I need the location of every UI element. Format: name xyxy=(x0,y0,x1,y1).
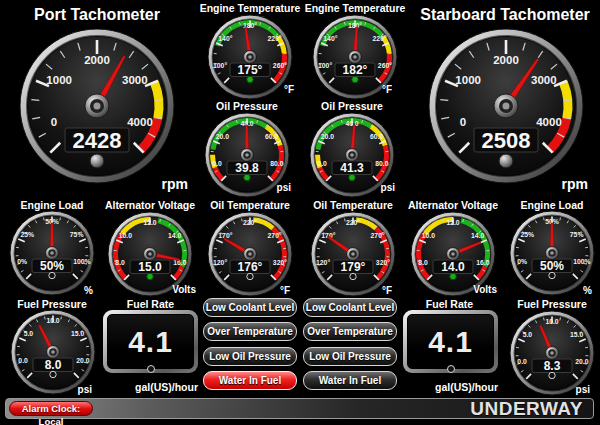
starboard-alt-voltage-title: Alternator Voltage xyxy=(399,199,507,211)
engine_temp_port-status-led xyxy=(247,76,253,82)
svg-text:14.0: 14.0 xyxy=(471,232,484,239)
starboard-fuel-pressure-unit: psi xyxy=(570,384,590,395)
svg-text:270°: 270° xyxy=(371,232,385,239)
port-tachometer-title: Port Tachometer xyxy=(7,6,187,24)
stbd_tach-dial: 010002000300040002508 xyxy=(427,27,585,185)
fuel_pressure_port-value: 8.0 xyxy=(45,358,62,372)
warning-low-coolant-port[interactable]: Low Coolant Level xyxy=(203,298,297,317)
port-fuel-rate-unit: gal(US)/hour xyxy=(126,381,198,393)
port-fuel-rate-display: 4.1 xyxy=(103,310,198,373)
oil_temp_stbd-value: 179° xyxy=(341,260,366,274)
engine_load_stbd-knob xyxy=(549,272,555,278)
svg-text:20.0: 20.0 xyxy=(575,358,588,365)
warning-low-oil-pressure-port[interactable]: Low Oil Pressure xyxy=(203,347,297,366)
svg-text:0: 0 xyxy=(460,116,466,128)
starboard-engine-temp-title: Engine Temperature xyxy=(301,2,409,14)
fuel_pressure_stbd-knob xyxy=(549,372,555,378)
svg-text:20.0: 20.0 xyxy=(321,133,334,140)
port-tachometer-gauge: 010002000300040002428 xyxy=(18,27,176,189)
warning-over-temperature-starboard[interactable]: Over Temperature xyxy=(303,322,397,341)
svg-text:0.0: 0.0 xyxy=(317,160,327,167)
oil_pressure_stbd-status-led xyxy=(349,174,355,180)
engine_load_port-knob xyxy=(49,272,55,278)
starboard-engine-load-unit: % xyxy=(576,285,592,296)
svg-text:0.0: 0.0 xyxy=(18,357,28,364)
engine_load_stbd-dial: 0%25%50%75%100%50% xyxy=(509,210,595,296)
svg-text:40.0: 40.0 xyxy=(345,120,358,127)
svg-text:8.0: 8.0 xyxy=(418,259,428,266)
svg-text:2000: 2000 xyxy=(493,54,519,66)
starboard-fuel-rate-screen: 4.1 xyxy=(407,314,494,369)
svg-text:3000: 3000 xyxy=(122,74,148,86)
svg-text:140°: 140° xyxy=(218,35,232,42)
fuel_pressure_port-dial: 0.05.010.015.020.08.0 xyxy=(10,309,96,395)
port-fuel-rate-value: 4.1 xyxy=(128,325,173,359)
port_tach-knob xyxy=(90,154,104,168)
port-fuel-rate-screen: 4.1 xyxy=(107,314,194,369)
starboard-fuel-rate-display: 4.1 xyxy=(403,310,498,373)
svg-text:80.0: 80.0 xyxy=(375,160,388,167)
svg-text:140°: 140° xyxy=(323,35,337,42)
svg-text:100%: 100% xyxy=(73,258,90,265)
svg-text:75%: 75% xyxy=(70,231,84,238)
svg-text:25%: 25% xyxy=(21,231,35,238)
svg-text:5.0: 5.0 xyxy=(523,331,533,338)
svg-text:25%: 25% xyxy=(521,231,535,238)
svg-text:320°: 320° xyxy=(376,259,390,266)
starboard-fuel-rate-unit: gal(US)/hour xyxy=(426,381,498,393)
stbd_tach-value: 2508 xyxy=(482,128,531,153)
svg-text:100°: 100° xyxy=(213,62,227,69)
svg-text:10.0: 10.0 xyxy=(422,232,435,239)
svg-text:0%: 0% xyxy=(517,258,527,265)
svg-text:2000: 2000 xyxy=(84,54,110,66)
alarm-clock-button[interactable]: Alarm Clock: Local xyxy=(9,401,93,416)
engine_temp_stbd-value: 182° xyxy=(343,63,368,77)
alt_voltage_stbd-status-led xyxy=(450,273,456,279)
warning-low-oil-pressure-starboard[interactable]: Low Oil Pressure xyxy=(303,347,397,366)
svg-text:4000: 4000 xyxy=(127,116,153,128)
engine_load_stbd-value: 50% xyxy=(540,259,564,273)
warning-water-in-fuel-starboard[interactable]: Water In Fuel xyxy=(303,371,397,390)
oil_pressure_port-value: 39.8 xyxy=(235,161,259,175)
warning-over-temperature-port[interactable]: Over Temperature xyxy=(203,322,297,341)
port-alt-voltage-title: Alternator Voltage xyxy=(96,199,204,211)
alt_voltage_stbd-value: 14.0 xyxy=(441,260,465,274)
svg-text:0.0: 0.0 xyxy=(212,160,222,167)
svg-text:12.0: 12.0 xyxy=(446,219,459,226)
svg-text:220°: 220° xyxy=(373,35,387,42)
svg-text:1000: 1000 xyxy=(46,74,72,86)
svg-text:220°: 220° xyxy=(346,219,360,226)
svg-text:20.0: 20.0 xyxy=(216,133,229,140)
svg-text:60.0: 60.0 xyxy=(370,133,383,140)
svg-text:60.0: 60.0 xyxy=(265,133,278,140)
svg-text:80.0: 80.0 xyxy=(270,160,283,167)
svg-text:100°: 100° xyxy=(318,62,332,69)
svg-text:1000: 1000 xyxy=(455,74,481,86)
engine-monitor-dashboard: Port Tachometer Starboard Tachometer Eng… xyxy=(0,0,600,425)
svg-text:0.0: 0.0 xyxy=(517,358,527,365)
starboard-rpm-unit: rpm xyxy=(550,176,588,192)
engine_load_port-value: 50% xyxy=(40,259,64,273)
port-alt-voltage-unit: Volts xyxy=(164,284,196,295)
svg-text:15.0: 15.0 xyxy=(71,330,84,337)
svg-text:120°: 120° xyxy=(316,259,330,266)
svg-text:20.0: 20.0 xyxy=(76,357,89,364)
svg-text:270°: 270° xyxy=(268,232,282,239)
port-oil-pressure-unit: psi xyxy=(271,182,291,193)
starboard-engine-temp-unit: °F xyxy=(372,84,392,95)
fuel_pressure_stbd-value: 8.3 xyxy=(544,359,561,373)
port-engine-load-unit: % xyxy=(77,285,93,296)
svg-text:0: 0 xyxy=(51,116,57,128)
port_tach-dial: 010002000300040002428 xyxy=(18,27,176,185)
fuel_pressure_port-knob xyxy=(50,371,56,377)
svg-text:10.0: 10.0 xyxy=(119,232,132,239)
oil_temp_port-knob xyxy=(247,273,253,279)
oil_pressure_port-status-led xyxy=(244,174,250,180)
warning-water-in-fuel-port[interactable]: Water In Fuel xyxy=(203,371,297,390)
svg-text:12.0: 12.0 xyxy=(143,219,156,226)
warning-low-coolant-starboard[interactable]: Low Coolant Level xyxy=(303,298,397,317)
alt_voltage_port-status-led xyxy=(147,273,153,279)
svg-text:100%: 100% xyxy=(573,258,590,265)
starboard-oil-temp-unit: °F xyxy=(372,285,392,296)
oil_pressure_stbd-value: 41.3 xyxy=(340,161,364,175)
